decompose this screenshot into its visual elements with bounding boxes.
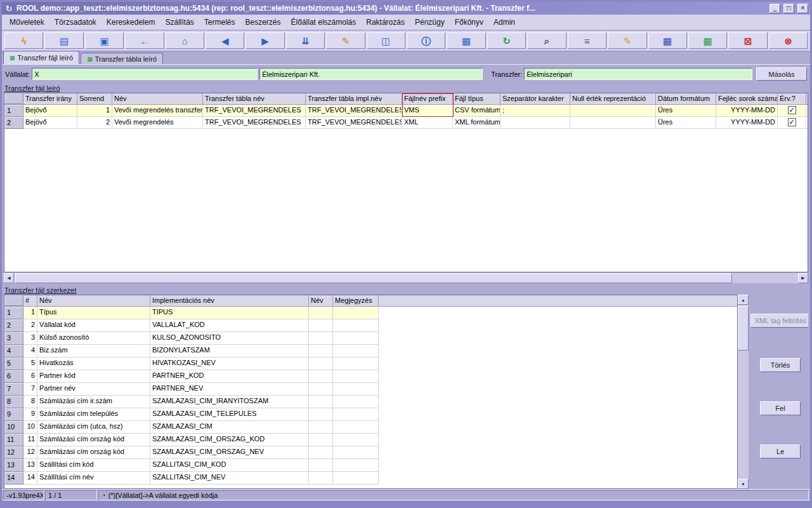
grid-cell[interactable] [309, 383, 333, 396]
cancel-button[interactable]: ⊗ [769, 32, 808, 49]
grid-cell[interactable]: 13 [23, 459, 37, 472]
grid-cell[interactable] [309, 408, 333, 421]
info-button[interactable]: ⓘ [407, 32, 445, 49]
row-selector[interactable]: 12 [4, 446, 23, 459]
menu-item-8[interactable]: Raktározás [361, 15, 410, 29]
table-row[interactable]: 1313Szállítási cím kódSZALLITASI_CIM_KOD [4, 459, 379, 472]
grid-cell[interactable]: KULSO_AZONOSITO [150, 332, 309, 345]
grid-cell[interactable]: 12 [23, 446, 37, 459]
row-selector[interactable]: 2 [4, 319, 23, 332]
row-selector[interactable]: 3 [4, 332, 23, 345]
grid-cell[interactable]: 9 [23, 408, 37, 421]
grid-cell[interactable]: YYYY-MM-DD [716, 105, 778, 117]
move-down-button[interactable]: Le [760, 444, 801, 458]
column-header[interactable]: Fájlnév prefix [402, 93, 453, 104]
h-scrollbar[interactable]: ◀ ▶ [4, 273, 808, 283]
grid-cell[interactable] [333, 332, 379, 345]
grid-cell[interactable]: SZALLITASI_CIM_KOD [150, 459, 309, 472]
grid-cell[interactable] [309, 396, 333, 408]
grid-cell[interactable] [333, 408, 379, 421]
grid-cell[interactable]: 7 [23, 383, 37, 396]
grid-cell[interactable]: SZAMLAZASI_CIM_TELEPULES [150, 408, 309, 421]
column-header[interactable]: Transzfer tábla név [203, 93, 306, 104]
table-row[interactable]: 99Számlázási cím településSZAMLAZASI_CIM… [4, 408, 379, 421]
grid-cell[interactable] [333, 319, 379, 332]
row-selector[interactable]: 9 [4, 408, 23, 421]
grid-cell[interactable]: Hivatkozás [37, 358, 150, 370]
previous-button[interactable]: ◀ [206, 32, 244, 49]
grid-cell[interactable] [309, 358, 333, 370]
grid-cell[interactable]: Szállítási cím név [37, 472, 150, 485]
tab-transzfer-fajl-leiro[interactable]: ▦ Transzfer fájl leíró [3, 51, 79, 64]
maximize-button[interactable]: □ [783, 4, 794, 13]
close-button[interactable]: × [797, 4, 808, 13]
grid-cell[interactable]: 8 [23, 396, 37, 408]
grid-cell[interactable]: Partner név [37, 383, 150, 396]
grid-cell[interactable]: 5 [23, 358, 37, 370]
grid-cell[interactable]: TRF_VEVOI_MEGRENDELES [306, 117, 402, 129]
grid-cell[interactable] [333, 472, 379, 485]
grid-cell[interactable]: 4 [23, 345, 37, 358]
menu-item-10[interactable]: Főkönyv [450, 15, 488, 29]
menu-item-1[interactable]: Műveletek [4, 15, 49, 29]
table-row[interactable]: 1414Szállítási cím névSZALLITASI_CIM_NEV [4, 472, 379, 485]
h-scroll-thumb[interactable] [15, 273, 732, 283]
table-row[interactable]: 66Partner kódPARTNER_KOD [4, 370, 379, 383]
grid-cell[interactable]: SZAMLAZASI_CIM_ORSZAG_NEV [150, 446, 309, 459]
column-header[interactable]: Név [37, 295, 150, 306]
grid-cell[interactable]: 1 [23, 307, 37, 319]
column-header[interactable]: Megjegyzés [333, 295, 379, 306]
refresh-button[interactable]: ↻ [487, 32, 526, 49]
h-scroll-track[interactable] [14, 273, 798, 283]
column-header[interactable]: Név [112, 93, 203, 104]
grid-cell[interactable] [333, 370, 379, 383]
table-row[interactable]: 1111Számlázási cím ország kódSZAMLAZASI_… [4, 434, 379, 446]
undo-button[interactable]: ← [125, 32, 164, 49]
table-row[interactable]: 44Biz.számBIZONYLATSZAM [4, 345, 379, 358]
grid-cell[interactable] [309, 319, 333, 332]
column-header[interactable]: Transzfer tábla impl.név [306, 93, 402, 104]
copy-button[interactable]: ◫ [367, 32, 405, 49]
grid-cell[interactable] [333, 421, 379, 434]
grid-cell[interactable] [309, 345, 333, 358]
menu-item-4[interactable]: Szállítás [160, 15, 199, 29]
grid-cell[interactable]: 3 [23, 332, 37, 345]
grid-cell[interactable] [309, 307, 333, 319]
grid-cell[interactable]: Külső azonosító [37, 332, 150, 345]
grid-delete-button[interactable]: ⊠ [728, 32, 767, 49]
column-header[interactable]: Null érték reprezentáció [570, 93, 656, 104]
search-button[interactable]: ⌕ [527, 32, 566, 49]
grid-cell[interactable]: Partner kód [37, 370, 150, 383]
grid-cell[interactable]: PARTNER_NEV [150, 383, 309, 396]
menu-item-5[interactable]: Termelés [199, 15, 240, 29]
table-row[interactable]: 11TípusTIPUS [4, 307, 379, 319]
menu-item-2[interactable]: Törzsadatok [49, 15, 102, 29]
grid-cell[interactable]: 1 [77, 105, 112, 117]
v-scrollbar[interactable]: ▲ ▼ [738, 295, 749, 489]
grid-cell[interactable] [333, 345, 379, 358]
company-name-input[interactable] [259, 68, 483, 80]
rows-button[interactable]: ≡ [568, 32, 606, 49]
grid-cell[interactable] [309, 459, 333, 472]
grid-blue-button[interactable]: ▦ [648, 32, 687, 49]
grid-cell[interactable]: Számlázási cím (utca, hsz) [37, 421, 150, 434]
company-code-input[interactable] [32, 68, 258, 80]
open-folder-button[interactable]: ▤ [44, 32, 83, 49]
home-button[interactable]: ⌂ [166, 32, 204, 49]
xml-tag-upload-button[interactable]: XML tag feltöltés [750, 314, 808, 328]
table-row[interactable]: 77Partner névPARTNER_NEV [4, 383, 379, 396]
grid-cell[interactable]: 11 [23, 434, 37, 446]
grid-cell[interactable] [333, 434, 379, 446]
grid-cell[interactable]: ✓ [778, 117, 806, 129]
menu-item-9[interactable]: Pénzügy [410, 15, 450, 29]
checkbox-checked[interactable]: ✓ [788, 106, 796, 114]
table-row[interactable]: 88Számlázási cím ir.számSZAMLAZASI_CIM_I… [4, 396, 379, 408]
table-row[interactable]: 1010Számlázási cím (utca, hsz)SZAMLAZASI… [4, 421, 379, 434]
column-header[interactable]: Név [309, 295, 333, 306]
grid-cell[interactable]: Vállalat kód [37, 319, 150, 332]
transfer-input[interactable] [524, 68, 752, 80]
column-header[interactable]: Érv.? [778, 93, 806, 104]
grid-cell[interactable]: Bejövő [23, 105, 77, 117]
grid-cell[interactable] [333, 446, 379, 459]
v-scroll-thumb[interactable] [738, 306, 749, 351]
